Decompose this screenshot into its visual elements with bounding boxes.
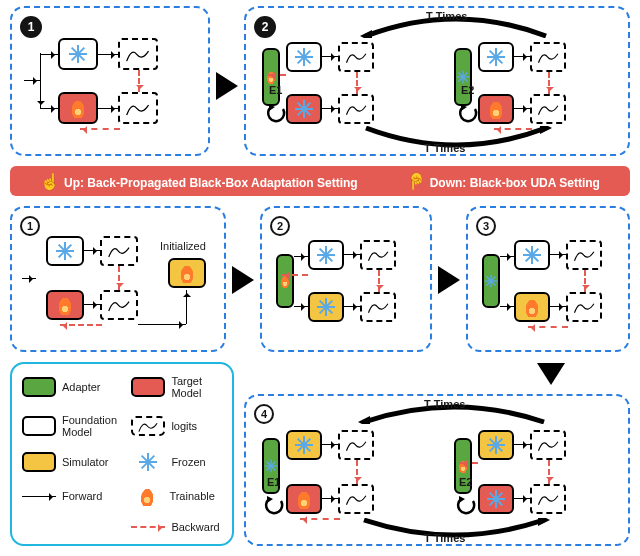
- step-badge: 2: [254, 16, 276, 38]
- legend-item-foundation: Foundation Model: [22, 414, 119, 438]
- init-arrow: [186, 290, 187, 324]
- backward-arrow: [80, 128, 120, 130]
- step-badge: 1: [20, 216, 40, 236]
- step-badge: 2: [270, 216, 290, 236]
- snowflake-icon: [266, 460, 276, 473]
- target-model-block: [286, 484, 322, 514]
- svg-marker-5: [267, 496, 273, 503]
- svg-marker-2: [461, 104, 467, 111]
- sequence-arrow-icon: [216, 72, 238, 100]
- legend-item-simulator: Simulator: [22, 452, 119, 472]
- logits-block: [360, 292, 396, 322]
- legend-panel: Adapter Target Model Foundation Model lo…: [10, 362, 234, 546]
- svg-marker-0: [360, 30, 372, 38]
- forward-arrow: [98, 108, 118, 109]
- logits-block: [530, 484, 566, 514]
- logits-block: [118, 92, 158, 124]
- e1-loop-icon: [264, 496, 284, 516]
- foundation-model-block: [58, 38, 98, 70]
- bottom-step-3-panel: 3: [466, 206, 630, 352]
- svg-marker-4: [358, 416, 370, 424]
- sequence-arrow-icon: [537, 363, 565, 385]
- target-model-block: [286, 94, 322, 124]
- foundation-model-block: [286, 42, 322, 72]
- t-times-label: T Times: [426, 10, 467, 22]
- flame-icon: [488, 99, 504, 119]
- backward-arrow: [356, 72, 358, 94]
- svg-marker-1: [269, 104, 275, 111]
- top-step-1-panel: 1: [10, 6, 210, 156]
- flame-icon: [139, 486, 155, 506]
- logits-block: [118, 38, 158, 70]
- sequence-arrow-icon: [438, 266, 460, 294]
- initialized-label: Initialized: [160, 240, 206, 252]
- e2-loop-icon: [458, 104, 478, 124]
- logits-block: [530, 430, 566, 460]
- snowflake-icon: [69, 45, 87, 63]
- svg-marker-6: [459, 496, 465, 503]
- flame-icon: [296, 489, 312, 509]
- split-line: [40, 53, 41, 108]
- e2-label: E2: [461, 84, 474, 96]
- adapter-block: [454, 48, 472, 106]
- legend-item-trainable: Trainable: [131, 486, 222, 506]
- snowflake-icon: [139, 453, 157, 471]
- snowflake-icon: [56, 242, 74, 260]
- hand-down-icon: ☝Down: Black-box UDA Setting: [406, 172, 600, 191]
- logits-block: [338, 430, 374, 460]
- target-model-block: [478, 484, 514, 514]
- legend-item-target: Target Model: [131, 375, 222, 399]
- target-model-block: [478, 94, 514, 124]
- sequence-arrow-icon: [232, 266, 254, 294]
- backward-arrow: [138, 70, 140, 92]
- foundation-model-block: [478, 42, 514, 72]
- top-step-2-panel: 2 T Times E1 E2: [244, 6, 630, 156]
- flame-icon: [524, 297, 540, 317]
- legend-item-backward: Backward: [131, 521, 222, 533]
- t-times-label: T Times: [424, 532, 465, 544]
- snowflake-icon: [458, 71, 468, 84]
- snowflake-icon: [487, 436, 505, 454]
- snowflake-icon: [523, 246, 541, 264]
- legend-item-adapter: Adapter: [22, 377, 119, 397]
- snowflake-icon: [295, 48, 313, 66]
- snowflake-icon: [317, 246, 335, 264]
- e1-label: E1: [267, 476, 280, 488]
- forward-arrow: [98, 54, 118, 55]
- simulator-block: [286, 430, 322, 460]
- forward-arrow: [40, 54, 58, 55]
- flame-icon: [179, 263, 195, 283]
- logits-block: [338, 42, 374, 72]
- snowflake-icon: [317, 298, 335, 316]
- e2-label: E2: [459, 476, 472, 488]
- hand-up-icon: ☝Up: Back-Propagated Black-Box Adaptatio…: [40, 172, 358, 191]
- adapter-block: [276, 254, 294, 308]
- snowflake-icon: [487, 48, 505, 66]
- snowflake-icon: [295, 100, 313, 118]
- simulator-block: [168, 258, 206, 288]
- flame-icon: [70, 98, 86, 118]
- logits-block: [530, 94, 566, 124]
- simulator-block: [478, 430, 514, 460]
- legend-item-logits: logits: [131, 416, 222, 436]
- backward-arrow: [268, 74, 286, 76]
- svg-marker-3: [540, 126, 552, 134]
- e1-loop-icon: [266, 104, 286, 124]
- logits-block: [338, 484, 374, 514]
- bottom-step-2-panel: 2: [260, 206, 432, 352]
- foundation-model-block: [46, 236, 84, 266]
- target-model-block: [58, 92, 98, 124]
- backward-arrow: [548, 72, 550, 94]
- logits-block: [566, 292, 602, 322]
- logits-block: [530, 42, 566, 72]
- legend-item-forward: Forward: [22, 490, 119, 502]
- legend-item-frozen: Frozen: [131, 453, 222, 471]
- t-times-label: T Times: [424, 142, 465, 154]
- bottom-step-4-panel: 4 T Times E1 E2: [244, 394, 630, 546]
- bottom-step-1-panel: 1 Initialized: [10, 206, 226, 352]
- simulator-block: [514, 292, 550, 322]
- flame-icon: [57, 295, 73, 315]
- adapter-block: [482, 254, 500, 308]
- e2-loop-icon: [456, 496, 476, 516]
- banner-up-label: Up: Back-Propagated Black-Box Adaptation…: [64, 176, 358, 190]
